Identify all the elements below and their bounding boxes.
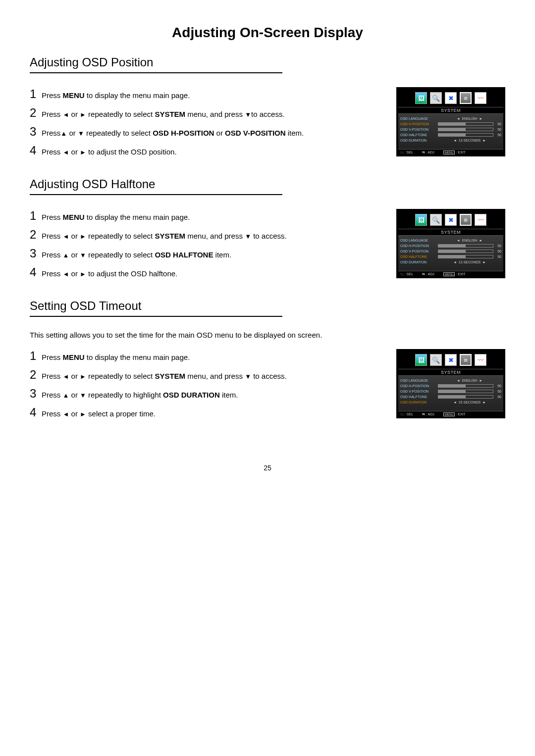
updown-icon: ↑↓ — [400, 151, 404, 154]
step: 1 Press MENU to display the menu main pa… — [30, 87, 384, 101]
slider-value: 50 — [494, 122, 501, 126]
osd-row-label: OSD DURATION — [400, 401, 438, 404]
right-arrow-icon: ► — [80, 110, 86, 119]
osd-duration-value: ◄13 SECONDS► — [438, 260, 501, 264]
step-number: 4 — [30, 144, 42, 157]
osd-language-value: ◄ENGLISH► — [438, 379, 501, 382]
osd-row-label: OSD DURATION — [400, 139, 438, 142]
step: 2 Press ◄ or ► repeatedly to select SYST… — [30, 368, 384, 382]
step: 3 Press ▲ or ▼ repeatedly to highlight O… — [30, 387, 384, 401]
osd-tab-icons: 🖼 🔍 ✖ ≡ 〰 — [398, 211, 503, 229]
left-arrow-icon: ◄ — [453, 260, 457, 264]
heading-osd-timeout: Setting OSD Timeout — [30, 299, 505, 313]
slider — [438, 395, 493, 399]
osd-title: SYSTEM — [398, 229, 503, 236]
right-arrow-icon: ► — [482, 260, 486, 264]
osd-footer: ↑↓ : SEL ⇆ : ADJ MENU : EXIT — [398, 411, 503, 416]
right-arrow-icon: ► — [479, 117, 482, 120]
system-icon: ≡ — [460, 214, 472, 226]
step: 2 Press ◄ or ► repeatedly to select SYST… — [30, 106, 384, 120]
loupe-icon: 🔍 — [430, 92, 442, 104]
audio-icon: 〰 — [475, 354, 486, 366]
osd-row-label: OSD V-POSITION — [400, 390, 438, 393]
osd-language-value: ◄ENGLISH► — [438, 117, 501, 120]
right-arrow-icon: ► — [80, 148, 86, 157]
osd-duration-value: ◄15 SECONDS► — [438, 401, 501, 404]
step-number: 1 — [30, 209, 42, 223]
updown-icon: ↑↓ — [400, 272, 404, 276]
osd-duration-value: ◄13 SECONDS► — [438, 139, 501, 142]
right-arrow-icon: ► — [479, 239, 482, 242]
osd-tab-icons: 🖼 🔍 ✖ ≡ 〰 — [398, 351, 503, 369]
right-arrow-icon: ► — [80, 410, 86, 419]
left-arrow-icon: ◄ — [457, 239, 460, 242]
slider — [438, 250, 493, 253]
slider — [438, 384, 493, 388]
left-arrow-icon: ◄ — [63, 410, 69, 419]
left-arrow-icon: ◄ — [63, 232, 69, 241]
up-arrow-icon: ▲ — [63, 391, 69, 400]
audio-icon: 〰 — [475, 214, 486, 226]
step: 2 Press ◄ or ► repeatedly to select SYST… — [30, 228, 384, 242]
osd-title: SYSTEM — [398, 369, 503, 376]
step-number: 3 — [30, 247, 42, 260]
slider-value: 50 — [494, 395, 501, 399]
step-number: 3 — [30, 125, 42, 139]
down-arrow-icon: ▼ — [78, 129, 84, 138]
slider-value: 50 — [494, 390, 501, 393]
heading-osd-position: Adjusting OSD Position — [30, 55, 505, 69]
step-text: Press▲ or ▼ repeatedly to select OSD H-P… — [42, 127, 304, 138]
osd-row-label: OSD HALFTONE — [400, 133, 438, 137]
step: 4 Press ◄ or ► to adjust the OSD halfton… — [30, 265, 384, 279]
down-arrow-icon: ▼ — [245, 110, 251, 119]
loupe-icon: 🔍 — [430, 354, 442, 366]
left-arrow-icon: ◄ — [63, 110, 69, 119]
steps-osd-halftone: 1 Press MENU to display the menu main pa… — [30, 209, 384, 284]
step-text: Press ◄ or ► repeatedly to select SYSTEM… — [42, 108, 285, 119]
osd-row-label: OSD LANGUAGE — [400, 117, 438, 120]
step: 3 Press▲ or ▼ repeatedly to select OSD H… — [30, 125, 384, 139]
step-text: Press MENU to display the menu main page… — [42, 351, 190, 362]
osd-row-label: OSD LANGUAGE — [400, 239, 438, 242]
left-arrow-icon: ◄ — [457, 117, 460, 120]
slider — [438, 390, 493, 393]
osd-panel-position: 🖼 🔍 ✖ ≡ 〰 SYSTEM OSD LANGUAGE◄ENGLISH► O… — [396, 87, 505, 156]
system-icon: ≡ — [460, 92, 472, 104]
loupe-icon: 🔍 — [430, 214, 442, 226]
step-number: 1 — [30, 349, 42, 363]
slider — [438, 122, 493, 126]
slider-value: 50 — [494, 128, 501, 131]
osd-row-label: OSD LANGUAGE — [400, 379, 438, 382]
osd-row-label: OSD H-POSITION — [400, 384, 438, 388]
slider — [438, 255, 493, 258]
step: 4 Press ◄ or ► select a proper time. — [30, 405, 384, 419]
osd-panel-timeout: 🖼 🔍 ✖ ≡ 〰 SYSTEM OSD LANGUAGE◄ENGLISH► O… — [396, 349, 505, 418]
step-text: Press MENU to display the menu main page… — [42, 211, 190, 222]
step: 4 Press ◄ or ► to adjust the OSD positio… — [30, 144, 384, 157]
steps-osd-position: 1 Press MENU to display the menu main pa… — [30, 87, 384, 162]
down-arrow-icon: ▼ — [80, 391, 86, 400]
step-text: Press ◄ or ► repeatedly to select SYSTEM… — [42, 230, 287, 241]
step-number: 3 — [30, 387, 42, 401]
step: 1 Press MENU to display the menu main pa… — [30, 349, 384, 363]
slider — [438, 128, 493, 131]
steps-osd-timeout: 1 Press MENU to display the menu main pa… — [30, 349, 384, 424]
up-arrow-icon: ▲ — [60, 129, 67, 138]
slider-value: 50 — [494, 244, 501, 248]
slider-value: 50 — [494, 255, 501, 258]
right-arrow-icon: ► — [80, 270, 86, 279]
tools-icon: ✖ — [445, 214, 457, 226]
menu-key-icon: MENU — [443, 151, 455, 154]
step-text: Press ▲ or ▼ repeatedly to highlight OSD… — [42, 389, 238, 400]
heading-rule — [30, 72, 282, 73]
picture-icon: 🖼 — [415, 92, 427, 104]
step-text: Press ◄ or ► to adjust the OSD position. — [42, 146, 177, 157]
left-arrow-icon: ◄ — [457, 379, 460, 382]
picture-icon: 🖼 — [415, 214, 427, 226]
step-number: 2 — [30, 106, 42, 120]
step-number: 4 — [30, 265, 42, 279]
osd-row-label: OSD DURATION — [400, 260, 438, 264]
osd-panel-halftone: 🖼 🔍 ✖ ≡ 〰 SYSTEM OSD LANGUAGE◄ENGLISH► O… — [396, 209, 505, 278]
down-arrow-icon: ▼ — [80, 251, 86, 260]
right-arrow-icon: ► — [80, 372, 86, 381]
